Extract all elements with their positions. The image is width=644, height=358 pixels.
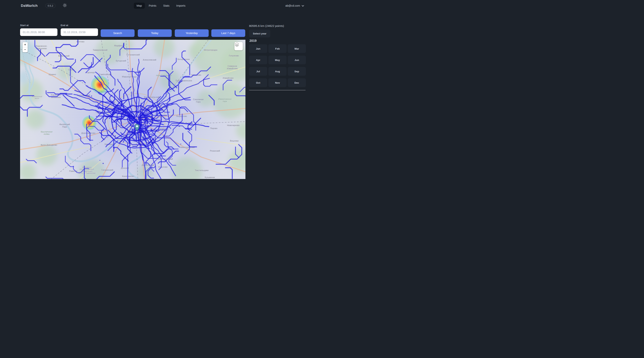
navbar: DaWarIch 0.5.2 Map Points Stats Imports … — [0, 0, 322, 11]
version-badge: 0.5.2 — [45, 3, 56, 8]
month-grid: Jan Feb Mar Apr May Jun Jul Aug Sep Oct … — [249, 44, 306, 87]
gps-tracks-layer — [20, 40, 246, 179]
yesterday-button[interactable]: Yesterday — [175, 29, 209, 37]
end-at-label: End at — [61, 24, 98, 27]
month-button-aug[interactable]: Aug — [268, 67, 286, 76]
today-button[interactable]: Today — [138, 29, 172, 37]
user-email: ab@cd.com — [285, 4, 300, 7]
month-button-apr[interactable]: Apr — [249, 56, 267, 64]
last-7-days-button[interactable]: Last 7 days — [211, 29, 245, 37]
main-nav: Map Points Stats Imports — [134, 3, 188, 9]
sun-icon — [63, 3, 67, 8]
start-at-input[interactable] — [20, 28, 58, 36]
month-button-jun[interactable]: Jun — [288, 56, 306, 64]
month-button-feb[interactable]: Feb — [268, 44, 286, 53]
layers-control-button[interactable] — [234, 42, 243, 50]
tab-points[interactable]: Points — [146, 3, 159, 9]
select-year-button[interactable]: Select year — [249, 30, 270, 37]
month-button-may[interactable]: May — [268, 56, 286, 64]
month-button-nov[interactable]: Nov — [268, 78, 286, 87]
distance-stats: 80595.6 km (24622 points) — [249, 24, 284, 28]
map-zoom-control: + − — [22, 42, 28, 52]
tab-map[interactable]: Map — [134, 3, 145, 9]
month-button-oct[interactable]: Oct — [249, 78, 267, 87]
user-menu[interactable]: ab@cd.com — [285, 4, 304, 7]
search-button[interactable]: Search — [101, 29, 134, 37]
zoom-in-button[interactable]: + — [22, 42, 28, 47]
tab-imports[interactable]: Imports — [174, 3, 188, 9]
end-at-field: End at — [61, 24, 98, 36]
tab-stats[interactable]: Stats — [160, 3, 172, 9]
chevron-down-icon — [302, 4, 304, 7]
month-button-jul[interactable]: Jul — [249, 67, 267, 76]
month-button-mar[interactable]: Mar — [288, 44, 306, 53]
month-button-jan[interactable]: Jan — [249, 44, 267, 53]
sidebar-divider — [249, 90, 306, 90]
map-marker-pin[interactable] — [134, 124, 140, 131]
year-heading: 2019 — [250, 39, 256, 43]
start-at-field: Start at — [20, 24, 58, 36]
theme-toggle[interactable] — [63, 3, 67, 8]
app-logo[interactable]: DaWarIch — [21, 3, 38, 8]
start-at-label: Start at — [20, 24, 58, 27]
month-button-sep[interactable]: Sep — [288, 67, 306, 76]
map[interactable]: Покровское- СтрешневоКоптевоТимирязевски… — [20, 40, 246, 179]
zoom-out-button[interactable]: − — [22, 47, 28, 52]
end-at-input[interactable] — [61, 28, 98, 36]
month-button-dec[interactable]: Dec — [288, 78, 306, 87]
